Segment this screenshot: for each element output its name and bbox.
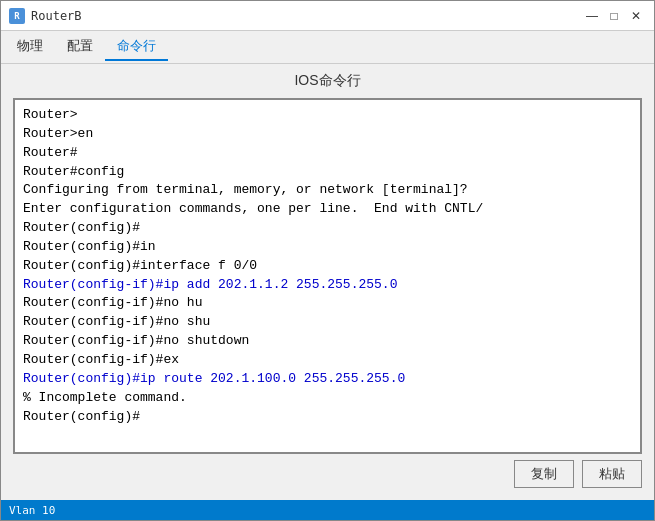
terminal-line: Router(config-if)#ex bbox=[23, 352, 179, 367]
terminal-line: Router(config-if)#no shu bbox=[23, 314, 210, 329]
window-title: RouterB bbox=[31, 9, 82, 23]
window-controls: — □ ✕ bbox=[582, 6, 646, 26]
minimize-button[interactable]: — bbox=[582, 6, 602, 26]
content-area: Router> Router>en Router# Router#config … bbox=[1, 98, 654, 500]
paste-button[interactable]: 粘贴 bbox=[582, 460, 642, 488]
terminal-scroll[interactable]: Router> Router>en Router# Router#config … bbox=[15, 100, 640, 452]
menu-item-命令行[interactable]: 命令行 bbox=[105, 33, 168, 61]
terminal-line: Router(config)#ip route 202.1.100.0 255.… bbox=[23, 371, 405, 386]
app-icon: R bbox=[9, 8, 25, 24]
terminal-line: Router#config bbox=[23, 164, 124, 179]
title-bar: R RouterB — □ ✕ bbox=[1, 1, 654, 31]
status-text: Vlan 10 bbox=[9, 504, 55, 517]
terminal-line: Router(config-if)#no hu bbox=[23, 295, 202, 310]
menu-item-配置[interactable]: 配置 bbox=[55, 33, 105, 61]
terminal-line: Router(config-if)#ip add 202.1.1.2 255.2… bbox=[23, 277, 397, 292]
terminal-line: Router# bbox=[23, 145, 78, 160]
button-bar: 复制 粘贴 bbox=[13, 454, 642, 492]
maximize-button[interactable]: □ bbox=[604, 6, 624, 26]
terminal-line: Enter configuration commands, one per li… bbox=[23, 201, 483, 216]
terminal-line: Router(config)# bbox=[23, 220, 140, 235]
status-bar: Vlan 10 bbox=[1, 500, 654, 520]
terminal-line: Router>en bbox=[23, 126, 93, 141]
terminal-text: Router> Router>en Router# Router#config … bbox=[23, 106, 632, 426]
terminal-line: Configuring from terminal, memory, or ne… bbox=[23, 182, 468, 197]
menu-item-物理[interactable]: 物理 bbox=[5, 33, 55, 61]
main-window: R RouterB — □ ✕ 物理配置命令行 IOS命令行 Router> R… bbox=[0, 0, 655, 521]
page-title: IOS命令行 bbox=[1, 64, 654, 98]
terminal-line: % Incomplete command. bbox=[23, 390, 187, 405]
close-button[interactable]: ✕ bbox=[626, 6, 646, 26]
terminal-line: Router(config)# bbox=[23, 409, 140, 424]
terminal-line: Router> bbox=[23, 107, 78, 122]
copy-button[interactable]: 复制 bbox=[514, 460, 574, 488]
terminal-container: Router> Router>en Router# Router#config … bbox=[13, 98, 642, 454]
terminal-line: Router(config)#interface f 0/0 bbox=[23, 258, 257, 273]
terminal-line: Router(config-if)#no shutdown bbox=[23, 333, 249, 348]
terminal-line: Router(config)#in bbox=[23, 239, 156, 254]
menu-bar: 物理配置命令行 bbox=[1, 31, 654, 64]
title-bar-left: R RouterB bbox=[9, 8, 82, 24]
